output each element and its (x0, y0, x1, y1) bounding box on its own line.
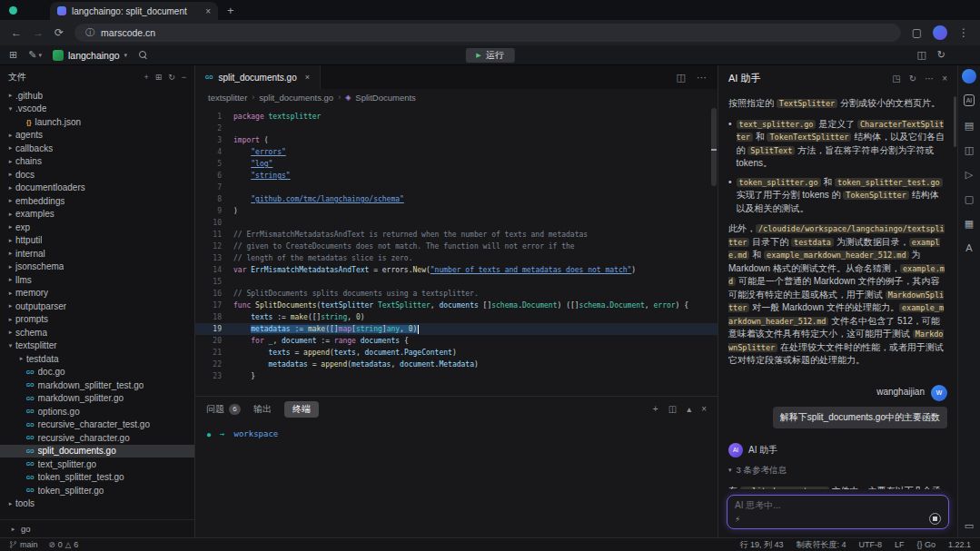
tree-item[interactable]: ▸tools (0, 497, 194, 511)
breadcrumb-item[interactable]: split_documents.go (259, 93, 333, 103)
tree-item[interactable]: GOrecursive_character.go (0, 431, 194, 445)
metrics-icon[interactable]: ▦ (965, 219, 974, 229)
new-tab-button[interactable]: + (227, 4, 234, 17)
tree-item[interactable]: ▸exp (0, 221, 194, 234)
tree-item[interactable]: GOmarkdown_splitter_test.go (0, 379, 194, 392)
tree-item[interactable]: GOsplit_documents.go (0, 445, 194, 458)
assistant-body[interactable]: 按照指定的 TextSplitter 分割成较小的文档页片。•text_spli… (718, 91, 957, 489)
tree-item[interactable]: ▾.vscode (0, 103, 194, 116)
tree-item[interactable]: ▸schema (0, 326, 194, 339)
tree-item[interactable]: GOrecursive_character_test.go (0, 418, 194, 432)
tree-item[interactable]: ▸testdata (0, 352, 194, 366)
code-line[interactable]: 20 for _, document := range documents { (195, 335, 718, 347)
panel-tab[interactable]: 问题6 (206, 401, 241, 418)
close-tab-icon[interactable]: × (205, 6, 211, 16)
tree-item[interactable]: ▸docs (0, 168, 194, 182)
tree-item[interactable]: ▸agents (0, 129, 194, 143)
breadcrumb-item[interactable]: SplitDocuments (355, 93, 416, 103)
status-item[interactable]: 制表符长度: 4 (796, 539, 846, 551)
browser-extensions-icon[interactable]: ▢ (912, 26, 922, 39)
tree-item[interactable]: GOtext_splitter.go (0, 458, 194, 471)
status-item[interactable]: LF (895, 540, 905, 549)
expand-icon[interactable]: ◳ (892, 74, 900, 84)
close-panel-icon[interactable]: × (701, 404, 707, 414)
tree-item[interactable]: ▸chains (0, 155, 194, 169)
notebook-icon[interactable]: ▤ (965, 121, 974, 131)
explorer-footer-section[interactable]: ▸ go (0, 519, 194, 537)
layout-grid-icon[interactable]: ⊞ (9, 49, 17, 61)
code-line[interactable]: 18 texts := make([]string, 0) (195, 311, 718, 323)
split-editor-icon[interactable]: ◫ (677, 72, 686, 84)
tree-item[interactable]: ▸internal (0, 247, 194, 261)
code-line[interactable]: 10 (195, 217, 718, 229)
more-actions-icon[interactable]: ⋯ (697, 72, 707, 84)
code-line[interactable]: 22 metadatas = append(metadatas, documen… (195, 359, 718, 370)
user-avatar[interactable] (962, 69, 976, 84)
assistant-input[interactable]: AI 思考中... ⚡ (727, 495, 949, 529)
code-line[interactable]: 23 } (195, 370, 718, 382)
user-question[interactable]: 解释下split_documents.go中的主要函数 (773, 407, 947, 429)
code-line[interactable]: 3import ( (195, 134, 718, 146)
run-button[interactable]: ▶ 运行 (465, 48, 514, 63)
code-line[interactable]: 7 (195, 182, 718, 193)
panel-tab[interactable]: 终端 (284, 401, 319, 418)
tree-item[interactable]: ▸memory (0, 287, 194, 300)
code-line[interactable]: 5 "log" (195, 158, 718, 170)
back-button[interactable]: ← (11, 26, 22, 39)
tree-item[interactable]: GOoptions.go (0, 405, 194, 418)
code-line[interactable]: 21 texts = append(texts, document.PageCo… (195, 347, 718, 359)
code-line[interactable]: 11// ErrMismatchMetadatasAndText is retu… (195, 229, 718, 241)
tree-item[interactable]: ▸examples (0, 208, 194, 221)
status-item[interactable]: 行 19, 列 43 (739, 539, 783, 551)
collapse-all-icon[interactable]: − (182, 73, 186, 82)
quick-actions-icon[interactable]: ⚡ (735, 515, 740, 524)
tree-item[interactable]: ▸documentloaders (0, 182, 194, 195)
preview-icon[interactable]: ◫ (965, 145, 974, 155)
debug-icon[interactable]: ▷ (965, 170, 973, 180)
panel-tab[interactable]: 输出 (253, 401, 272, 418)
remote-monitor-icon[interactable]: ▭ (965, 520, 974, 532)
tree-item[interactable]: ▸callbacks (0, 142, 194, 155)
new-file-icon[interactable]: + (144, 73, 148, 82)
new-terminal-icon[interactable]: + (653, 404, 658, 414)
breadcrumb-item[interactable]: textsplitter (208, 93, 247, 103)
status-item[interactable]: UTF-8 (858, 540, 882, 549)
code-line[interactable]: 2 (195, 123, 718, 134)
more-icon[interactable]: ⋯ (925, 74, 934, 84)
code-line[interactable]: 15 (195, 276, 718, 288)
tree-item[interactable]: ▸httputil (0, 234, 194, 248)
code-line[interactable]: 8 "github.com/tmc/langchaingo/schema" (195, 193, 718, 205)
tree-item[interactable]: GOtoken_splitter_test.go (0, 471, 194, 485)
workspace-switcher[interactable]: langchaingo ▾ (53, 50, 127, 61)
code-line[interactable]: 6 "strings" (195, 170, 718, 182)
maximize-panel-icon[interactable]: ▴ (687, 404, 691, 414)
code-line[interactable]: 9) (195, 205, 718, 217)
translate-icon[interactable]: A (965, 243, 972, 253)
code-line[interactable]: 1package textsplitter (195, 111, 718, 123)
status-item[interactable]: {} Go (916, 540, 935, 549)
breadcrumb[interactable]: textsplitter›split_documents.go›◈SplitDo… (195, 89, 718, 105)
browser-menu-icon[interactable]: ⋮ (958, 26, 969, 39)
search-icon[interactable] (138, 50, 148, 60)
refresh-icon[interactable]: ↻ (168, 73, 175, 82)
close-icon[interactable]: × (942, 74, 947, 84)
editor-tab[interactable]: GO split_documents.go × (195, 65, 321, 89)
browser-profile-avatar[interactable] (933, 25, 947, 40)
code-line[interactable]: 19 metadatas := make([]map[string]any, 0… (195, 323, 718, 335)
code-line[interactable]: 13// length of the metadatas slice is ze… (195, 252, 718, 264)
split-terminal-icon[interactable]: ◫ (668, 404, 677, 414)
stop-generating-button[interactable] (929, 513, 941, 525)
ai-assistant-icon[interactable]: AI (964, 94, 975, 106)
code-editor[interactable]: 1package textsplitter23import (4 "errors… (195, 105, 718, 396)
browser-tab[interactable]: langchaingo: split_document × (50, 2, 218, 20)
forward-button[interactable]: → (33, 26, 44, 39)
theme-brush-button[interactable]: ✎ ▾ (28, 49, 42, 61)
tree-item[interactable]: ▸prompts (0, 313, 194, 327)
address-bar[interactable]: ⓘ marscode.cn (74, 24, 901, 42)
code-line[interactable]: 17func SplitDocuments(textSplitter TextS… (195, 300, 718, 311)
tree-item[interactable]: ▾textsplitter (0, 339, 194, 353)
code-line[interactable]: 4 "errors" (195, 146, 718, 158)
branch-indicator[interactable]: main (9, 540, 38, 549)
code-line[interactable]: 16// SplitDocuments splits documents usi… (195, 288, 718, 300)
tree-item[interactable]: GOtoken_splitter.go (0, 484, 194, 497)
